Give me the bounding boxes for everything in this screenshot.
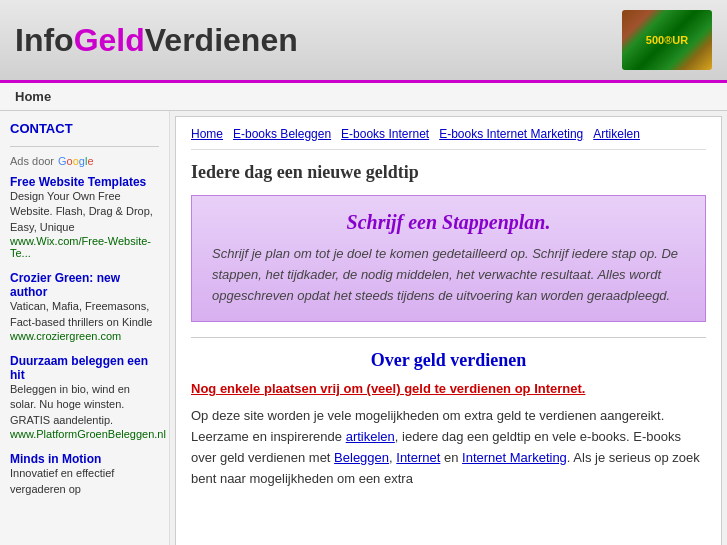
content-nav-ebooks-beleggen[interactable]: E-books Beleggen xyxy=(233,127,331,141)
featured-text: Schrijf je plan om tot je doel te komen … xyxy=(212,244,685,306)
body-link-internet-marketing[interactable]: Internet Marketing xyxy=(462,450,567,465)
ad-url-3: www.PlatformGroenBeleggen.nl xyxy=(10,428,159,440)
ad-url-1: www.Wix.com/Free-Website-Te... xyxy=(10,235,159,259)
title-geld: Geld xyxy=(74,22,145,58)
content-divider xyxy=(191,337,706,338)
ad-title-3[interactable]: Duurzaam beleggen een hit xyxy=(10,354,159,382)
ads-google-area: Ads door Google xyxy=(10,155,159,167)
content-nav-artikelen[interactable]: Artikelen xyxy=(593,127,640,141)
sidebar-contact[interactable]: CONTACT xyxy=(10,121,159,136)
ad-text-3: Beleggen in bio, wind en solar. Nu hoge … xyxy=(10,382,159,428)
ad-block-3: Duurzaam beleggen een hit Beleggen in bi… xyxy=(10,354,159,440)
google-brand: Google xyxy=(58,155,94,167)
content-nav-ebooks-internet[interactable]: E-books Internet xyxy=(341,127,429,141)
body-link-artikelen[interactable]: artikelen xyxy=(346,429,395,444)
ad-block-4: Minds in Motion Innovatief en effectief … xyxy=(10,452,159,497)
ad-text-1: Design Your Own Free Website. Flash, Dra… xyxy=(10,189,159,235)
content-nav: Home E-books Beleggen E-books Internet E… xyxy=(191,127,706,150)
content-nav-home[interactable]: Home xyxy=(191,127,223,141)
ad-title-1[interactable]: Free Website Templates xyxy=(10,175,159,189)
site-title: InfoGeldVerdienen xyxy=(15,22,298,59)
sidebar: CONTACT Ads door Google Free Website Tem… xyxy=(0,111,170,545)
title-verdienen: Verdienen xyxy=(145,22,298,58)
featured-box: Schrijf een Stappenplan. Schrijf je plan… xyxy=(191,195,706,322)
body-link-internet[interactable]: Internet xyxy=(396,450,440,465)
title-info: Info xyxy=(15,22,74,58)
nav-home-label[interactable]: Home xyxy=(15,89,51,104)
section-heading: Over geld verdienen xyxy=(191,350,706,371)
body-text-4: en xyxy=(440,450,462,465)
body-link-beleggen[interactable]: Beleggen xyxy=(334,450,389,465)
ad-title-2[interactable]: Crozier Green: new author xyxy=(10,271,159,299)
ad-text-2: Vatican, Mafia, Freemasons, Fact-based t… xyxy=(10,299,159,330)
main-layout: CONTACT Ads door Google Free Website Tem… xyxy=(0,111,727,545)
body-text: Op deze site worden je vele mogelijkhede… xyxy=(191,406,706,489)
cta-link[interactable]: Nog enkele plaatsen vrij om (veel) geld … xyxy=(191,381,706,396)
nav-bar: Home xyxy=(0,83,727,111)
ad-text-4: Innovatief en effectief vergaderen op xyxy=(10,466,159,497)
ads-label: Ads door xyxy=(10,155,54,167)
featured-title: Schrijf een Stappenplan. xyxy=(212,211,685,234)
content-area: Home E-books Beleggen E-books Internet E… xyxy=(175,116,722,545)
ad-block-1: Free Website Templates Design Your Own F… xyxy=(10,175,159,259)
site-header: InfoGeldVerdienen xyxy=(0,0,727,83)
page-heading: Iedere dag een nieuwe geldtip xyxy=(191,162,706,183)
ad-url-2: www.croziergreen.com xyxy=(10,330,159,342)
content-nav-ebooks-internet-marketing[interactable]: E-books Internet Marketing xyxy=(439,127,583,141)
ad-title-4[interactable]: Minds in Motion xyxy=(10,452,159,466)
money-image xyxy=(622,10,712,70)
ad-block-2: Crozier Green: new author Vatican, Mafia… xyxy=(10,271,159,342)
